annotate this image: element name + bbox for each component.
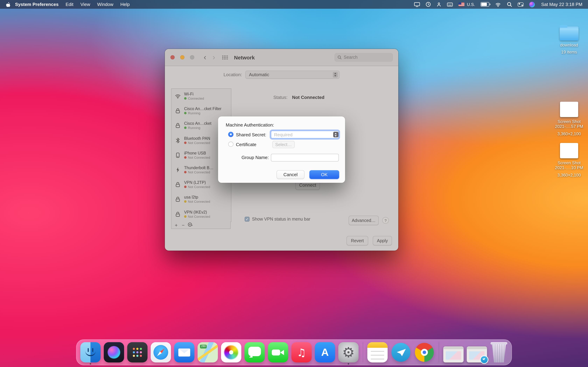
status-dot: [184, 156, 187, 159]
service-status: Running: [188, 126, 200, 130]
dock-chrome-icon[interactable]: [414, 342, 434, 362]
stepper-icon[interactable]: [333, 132, 338, 137]
toolbar-search-field[interactable]: Search: [335, 53, 393, 61]
dock-minimized-window-telegram[interactable]: [467, 346, 487, 362]
dock-facetime-icon[interactable]: [268, 342, 288, 362]
location-value: Automatic: [249, 72, 269, 77]
dock-photos-icon[interactable]: [221, 342, 241, 362]
input-source-label[interactable]: U.S.: [467, 2, 475, 7]
add-service-button[interactable]: +: [173, 222, 179, 228]
popup-chevrons-icon: [333, 72, 338, 77]
service-row-vpn-ikev2[interactable]: VPN (IKEv2) Not Connected: [172, 207, 231, 221]
revert-button[interactable]: Revert: [346, 236, 368, 245]
dock-maps-icon[interactable]: 280: [198, 342, 218, 362]
dock-finder-icon[interactable]: [80, 342, 101, 362]
dock-separator: [439, 342, 439, 362]
menu-app-name[interactable]: System Preferences: [11, 2, 62, 7]
dock-minimized-window[interactable]: [443, 346, 464, 362]
dock-launchpad-icon[interactable]: [127, 342, 147, 362]
dock-appstore-icon[interactable]: [315, 342, 335, 362]
window-title: Network: [234, 54, 255, 60]
ok-button[interactable]: OK: [309, 170, 339, 179]
dock-separator: [363, 342, 363, 362]
service-row-wifi[interactable]: Wi-Fi Connected: [172, 89, 231, 103]
menu-clock[interactable]: Sat May 22 3:18 PM: [541, 2, 582, 7]
thunderbolt-service-icon: [174, 166, 182, 174]
dock-mail-icon[interactable]: [174, 342, 194, 362]
screenshot-dimensions: 3,360×2,100: [557, 131, 581, 136]
dialog-title: Machine Authentication:: [226, 122, 274, 128]
service-name: iPhone USB: [184, 151, 210, 155]
battery-icon[interactable]: [481, 2, 489, 7]
dock-safari-icon[interactable]: [151, 342, 171, 362]
remove-service-button[interactable]: −: [180, 222, 186, 228]
dock-notes-icon[interactable]: [367, 342, 388, 362]
status-dot: [184, 97, 187, 100]
desktop-folder-download[interactable]: download 19 items: [550, 26, 588, 55]
service-name: Wi-Fi: [184, 92, 204, 96]
desktop: System Preferences Edit View Window Help…: [0, 0, 588, 367]
menu-help[interactable]: Help: [117, 2, 133, 7]
menu-window[interactable]: Window: [94, 2, 117, 7]
service-name: Cisco An…cket Filter: [184, 107, 221, 111]
service-row-usa-l2tp[interactable]: usa l2tp Not Connected: [172, 192, 231, 207]
folder-icon: [560, 26, 579, 41]
service-row-cisco-filter[interactable]: Cisco An…cket Filter Running: [172, 103, 231, 118]
folder-item-count: 19 items: [561, 50, 577, 55]
group-name-label: Group Name:: [218, 155, 269, 160]
dock-telegram-icon[interactable]: [391, 342, 411, 362]
dock-messages-icon[interactable]: [244, 342, 265, 362]
certificate-radio[interactable]: [228, 142, 233, 147]
menu-edit[interactable]: Edit: [62, 2, 77, 7]
status-dot: [184, 112, 187, 115]
service-name: usa l2tp: [184, 195, 210, 200]
service-status: Not Connected: [188, 170, 210, 174]
wifi-status-icon[interactable]: [495, 2, 501, 7]
display-status-icon[interactable]: [414, 2, 420, 7]
dock-trash-icon[interactable]: [490, 342, 508, 362]
menu-view[interactable]: View: [77, 2, 94, 7]
service-name: VPN (IKEv2): [184, 210, 210, 214]
service-status: Connected: [188, 96, 204, 100]
lock-service-icon: [174, 181, 182, 188]
status-dot: [184, 171, 187, 173]
status-value: Not Connected: [292, 95, 324, 100]
shared-secret-radio[interactable]: [228, 132, 233, 137]
vpn-status-checkbox[interactable]: ✓: [245, 217, 250, 222]
close-button[interactable]: [171, 55, 175, 59]
iphone-service-icon: [174, 151, 182, 159]
dock-music-icon[interactable]: [291, 342, 312, 362]
select-certificate-button[interactable]: Select…: [272, 141, 295, 148]
service-actions-button[interactable]: [187, 222, 193, 228]
location-select[interactable]: Automatic: [245, 71, 340, 79]
dock-siri-icon[interactable]: [104, 342, 124, 362]
window-titlebar[interactable]: ‹ › Network Search: [165, 49, 398, 66]
shared-secret-input[interactable]: [271, 131, 339, 138]
input-source-flag-icon[interactable]: [458, 2, 465, 6]
forward-button[interactable]: ›: [211, 54, 217, 61]
cancel-button[interactable]: Cancel: [277, 170, 304, 179]
help-button[interactable]: ?: [382, 217, 389, 224]
group-name-input[interactable]: [271, 154, 339, 161]
show-all-preferences-icon[interactable]: [222, 55, 228, 60]
minimize-button[interactable]: [180, 55, 184, 59]
desktop-screenshot-2[interactable]: Screen Shot 2021-….10 PM 3,360×2,100: [550, 143, 588, 178]
desktop-screenshot-1[interactable]: Screen Shot 2021-….57 PM 3,360×2,100: [550, 102, 588, 136]
advanced-button[interactable]: Advanced…: [349, 216, 379, 225]
dock-system-preferences-icon[interactable]: [338, 342, 359, 362]
zoom-button[interactable]: [190, 55, 194, 59]
apple-logo-icon: [6, 1, 11, 7]
spotlight-icon[interactable]: [507, 2, 512, 7]
menu-status-icons: U.S. Sat May 22 3:18 PM: [414, 1, 582, 7]
siri-icon[interactable]: [529, 1, 535, 7]
search-placeholder: Search: [344, 55, 357, 60]
apply-button[interactable]: Apply: [373, 236, 392, 245]
sync-status-icon[interactable]: [426, 2, 431, 7]
apple-menu[interactable]: [6, 1, 11, 7]
back-button[interactable]: ‹: [202, 54, 208, 61]
lock-service-icon: [174, 107, 182, 115]
app-status-icon[interactable]: [436, 2, 441, 7]
control-center-icon[interactable]: [518, 2, 524, 7]
keyboard-status-icon[interactable]: [447, 2, 453, 7]
lock-service-icon: [174, 210, 182, 218]
